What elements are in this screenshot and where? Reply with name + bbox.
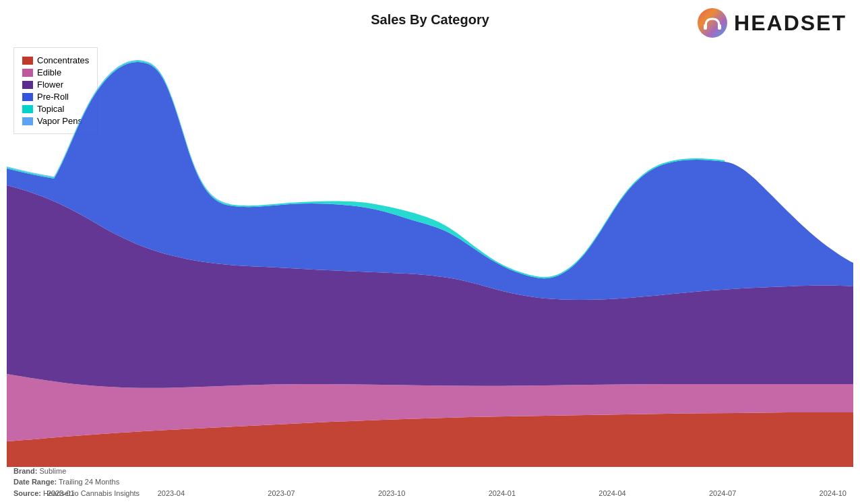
chart-title: Sales By Category [371,12,489,28]
x-label-8: 2024-10 [820,489,847,497]
area-chart [7,44,853,467]
x-label-4: 2023-10 [378,489,405,497]
chart-svg-area [7,44,853,467]
footer-source-value: Headset.io Cannabis Insights [43,489,140,497]
x-label-6: 2024-04 [598,489,625,497]
x-label-7: 2024-07 [709,489,736,497]
svg-rect-1 [704,24,707,30]
footer-brand-value: Sublime [40,467,67,475]
footer-date-range-label: Date Range: [13,478,57,486]
footer-date-range: Date Range: Trailing 24 Months [13,476,140,488]
footer-brand-label: Brand: [13,467,37,475]
headset-icon [696,7,729,39]
svg-rect-2 [718,24,721,30]
chart-container: HEADSET Sales By Category Concentrates E… [0,0,860,504]
footer-brand: Brand: Sublime [13,466,140,477]
x-label-2: 2023-04 [158,489,185,497]
logo-area: HEADSET [696,7,847,39]
footer-date-range-value: Trailing 24 Months [59,478,119,486]
footer-source: Source: Headset.io Cannabis Insights [13,488,140,499]
x-label-5: 2024-01 [489,489,516,497]
x-label-3: 2023-07 [268,489,295,497]
footer-source-label: Source: [13,489,41,497]
logo-text: HEADSET [734,11,847,36]
svg-point-0 [698,8,727,38]
footer-info: Brand: Sublime Date Range: Trailing 24 M… [13,466,140,499]
